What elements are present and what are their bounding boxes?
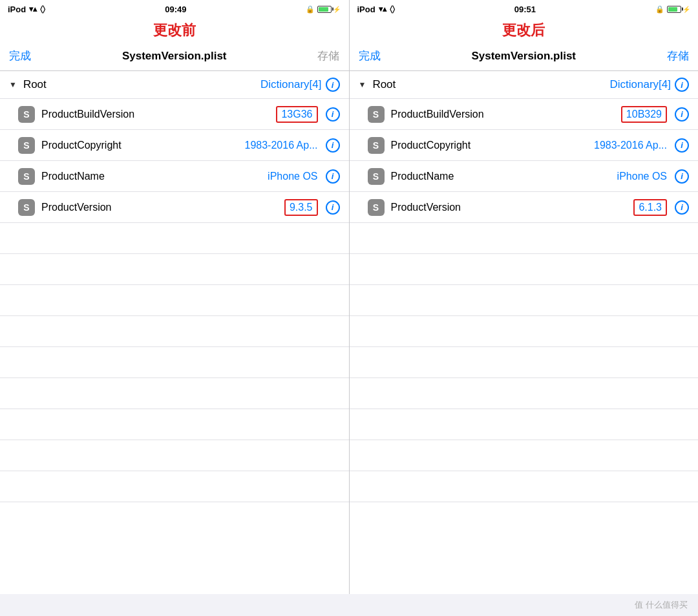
left-status-right: 🔒 ⚡ <box>306 5 341 14</box>
right-root-label: Root <box>372 78 609 91</box>
left-nav-title: SystemVersion.plist <box>122 50 227 63</box>
right-empty-row-4 <box>350 316 699 347</box>
left-chevron-icon: ▼ <box>9 80 17 89</box>
right-device-name: iPod <box>357 5 375 14</box>
right-empty-row-3 <box>350 285 699 316</box>
right-battery-fill <box>668 7 677 12</box>
left-row-2: S ProductName iPhone OS i <box>0 161 349 192</box>
left-row-0-info[interactable]: i <box>326 107 340 122</box>
left-row-3-value: 9.3.5 <box>284 199 318 216</box>
right-row-2-value: iPhone OS <box>617 171 667 182</box>
left-empty-row-7 <box>0 409 349 440</box>
left-row-1-key: ProductCopyright <box>41 140 245 151</box>
left-screen: iPod ▾▴ 〈〉 09:49 🔒 ⚡ 更改前 完成 SystemVersio… <box>0 0 350 594</box>
right-row-3: S ProductVersion 6.1.3 i <box>350 192 699 223</box>
left-dict-type: Dictionary[4] <box>260 78 321 91</box>
right-status-bar: iPod ▾▴ 〈〉 09:51 🔒 ⚡ <box>350 0 699 18</box>
left-device-name: iPod <box>8 5 26 14</box>
left-row-3-icon: S <box>18 199 35 216</box>
right-row-1-info[interactable]: i <box>675 138 689 153</box>
left-charge-icon: ⚡ <box>333 6 341 13</box>
right-row-1-value: 1983-2016 Ap... <box>594 140 667 151</box>
left-row-2-value: iPhone OS <box>268 171 317 182</box>
right-empty-row-1 <box>350 223 699 254</box>
left-rows-wrapper: S ProductBuildVersion 13G36 i S ProductC… <box>0 99 349 502</box>
right-row-3-value: 6.1.3 <box>633 199 667 216</box>
right-nav-title: SystemVersion.plist <box>471 50 576 63</box>
right-wifi-bars: 〈〉 <box>390 5 395 14</box>
left-empty-row-5 <box>0 347 349 378</box>
left-lock-icon: 🔒 <box>306 5 315 14</box>
left-row-1: S ProductCopyright 1983-2016 Ap... i <box>0 130 349 161</box>
right-row-0-info[interactable]: i <box>675 107 689 122</box>
right-empty-row-6 <box>350 378 699 409</box>
right-empty-row-9 <box>350 471 699 502</box>
right-row-0-value: 10B329 <box>621 106 667 123</box>
left-empty-row-4 <box>0 316 349 347</box>
left-wifi-icon: ▾▴ <box>29 5 37 14</box>
left-row-1-icon: S <box>18 137 35 154</box>
watermark-text: 值 什么值得买 <box>635 600 688 610</box>
right-root-row: ▼ Root Dictionary[4] i <box>350 71 699 99</box>
right-dict-type: Dictionary[4] <box>610 78 671 91</box>
right-empty-row-7 <box>350 409 699 440</box>
right-row-2-key: ProductName <box>391 171 617 182</box>
right-battery-bar <box>667 6 681 13</box>
left-empty-row-6 <box>0 378 349 409</box>
left-time: 09:49 <box>165 5 186 14</box>
right-row-2: S ProductName iPhone OS i <box>350 161 699 192</box>
right-row-3-icon: S <box>368 199 385 216</box>
left-empty-row-8 <box>0 440 349 471</box>
left-row-1-value: 1983-2016 Ap... <box>245 140 318 151</box>
left-nav-bar: 完成 SystemVersion.plist 存储 <box>0 41 349 71</box>
right-row-1: S ProductCopyright 1983-2016 Ap... i <box>350 130 699 161</box>
right-label: 更改后 <box>350 18 699 41</box>
right-time: 09:51 <box>514 5 536 14</box>
right-row-1-key: ProductCopyright <box>391 140 595 151</box>
right-status-left: iPod ▾▴ 〈〉 <box>357 5 395 14</box>
left-wifi-bars: 〈〉 <box>40 5 45 14</box>
right-screen: iPod ▾▴ 〈〉 09:51 🔒 ⚡ 更改后 完成 SystemVersio… <box>350 0 699 594</box>
right-nav-done[interactable]: 完成 <box>359 48 381 63</box>
left-battery-fill <box>319 7 328 12</box>
left-row-3-info[interactable]: i <box>326 200 340 215</box>
left-row-0-key: ProductBuildVersion <box>41 109 276 120</box>
left-empty-row-1 <box>0 223 349 254</box>
watermark: 值 什么值得买 <box>0 594 698 616</box>
left-empty-row-9 <box>0 471 349 502</box>
left-row-0-icon: S <box>18 106 35 123</box>
right-chevron-icon: ▼ <box>359 80 366 89</box>
right-root-info[interactable]: i <box>675 78 689 92</box>
right-status-right: 🔒 ⚡ <box>655 5 690 14</box>
left-nav-done[interactable]: 完成 <box>9 48 31 63</box>
left-status-bar: iPod ▾▴ 〈〉 09:49 🔒 ⚡ <box>0 0 349 18</box>
left-root-info[interactable]: i <box>326 78 340 92</box>
left-battery-bar <box>317 6 332 13</box>
right-nav-save[interactable]: 存储 <box>667 48 689 63</box>
left-nav-save[interactable]: 存储 <box>317 48 339 63</box>
left-row-0: S ProductBuildVersion 13G36 i <box>0 99 349 130</box>
left-row-3-key: ProductVersion <box>41 202 284 213</box>
left-label: 更改前 <box>0 18 349 41</box>
left-battery: ⚡ <box>317 6 341 13</box>
left-status-left: iPod ▾▴ 〈〉 <box>8 5 45 14</box>
right-battery: ⚡ <box>667 6 690 13</box>
right-row-1-icon: S <box>368 137 385 154</box>
left-row-1-info[interactable]: i <box>326 138 340 153</box>
right-empty-row-5 <box>350 347 699 378</box>
left-row-2-info[interactable]: i <box>326 169 340 184</box>
right-row-3-info[interactable]: i <box>675 200 689 215</box>
right-wifi-icon: ▾▴ <box>379 5 386 14</box>
left-row-2-key: ProductName <box>41 171 268 182</box>
right-row-2-icon: S <box>368 168 385 185</box>
right-rows-wrapper: S ProductBuildVersion 10B329 i S Product… <box>350 99 699 502</box>
left-plist-content: ▼ Root Dictionary[4] i S ProductBuildVer… <box>0 71 349 594</box>
left-empty-row-2 <box>0 254 349 285</box>
left-empty-row-3 <box>0 285 349 316</box>
right-empty-row-8 <box>350 440 699 471</box>
left-row-0-value: 13G36 <box>276 106 317 123</box>
right-row-0: S ProductBuildVersion 10B329 i <box>350 99 699 130</box>
left-row-3: S ProductVersion 9.3.5 i <box>0 192 349 223</box>
right-row-2-info[interactable]: i <box>675 169 689 184</box>
right-nav-bar: 完成 SystemVersion.plist 存储 <box>350 41 699 71</box>
